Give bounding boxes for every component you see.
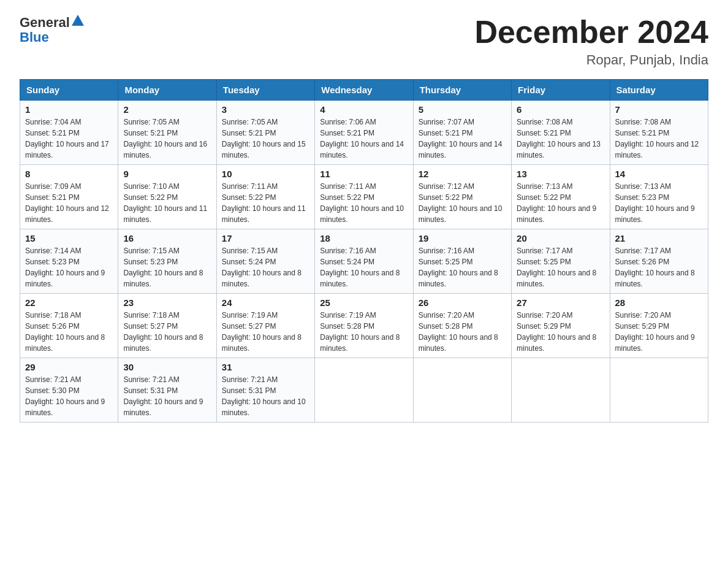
day-info: Sunrise: 7:17 AMSunset: 5:26 PMDaylight:… <box>615 247 695 288</box>
day-number: 21 <box>615 233 703 243</box>
day-info: Sunrise: 7:21 AMSunset: 5:30 PMDaylight:… <box>25 375 105 417</box>
week-row-1: 1 Sunrise: 7:04 AMSunset: 5:21 PMDayligh… <box>20 101 708 165</box>
day-info: Sunrise: 7:12 AMSunset: 5:22 PMDaylight:… <box>419 182 502 224</box>
calendar-cell: 21 Sunrise: 7:17 AMSunset: 5:26 PMDaylig… <box>610 229 708 294</box>
day-info: Sunrise: 7:20 AMSunset: 5:28 PMDaylight:… <box>419 311 498 353</box>
day-number: 18 <box>320 233 408 243</box>
day-number: 22 <box>25 297 113 308</box>
calendar-cell: 16 Sunrise: 7:15 AMSunset: 5:23 PMDaylig… <box>118 229 216 294</box>
day-info: Sunrise: 7:05 AMSunset: 5:21 PMDaylight:… <box>222 118 306 159</box>
day-number: 5 <box>419 104 506 115</box>
day-info: Sunrise: 7:16 AMSunset: 5:24 PMDaylight:… <box>320 247 400 288</box>
day-info: Sunrise: 7:14 AMSunset: 5:23 PMDaylight:… <box>25 247 105 288</box>
week-row-3: 15 Sunrise: 7:14 AMSunset: 5:23 PMDaylig… <box>20 229 708 294</box>
calendar-cell: 9 Sunrise: 7:10 AMSunset: 5:22 PMDayligh… <box>118 165 216 229</box>
calendar-cell: 25 Sunrise: 7:19 AMSunset: 5:28 PMDaylig… <box>315 294 413 358</box>
day-number: 23 <box>123 297 211 308</box>
day-info: Sunrise: 7:11 AMSunset: 5:22 PMDaylight:… <box>320 182 404 224</box>
calendar-cell <box>413 358 511 423</box>
calendar-cell: 19 Sunrise: 7:16 AMSunset: 5:25 PMDaylig… <box>413 229 511 294</box>
day-number: 12 <box>419 169 506 179</box>
day-number: 17 <box>222 233 309 243</box>
day-info: Sunrise: 7:20 AMSunset: 5:29 PMDaylight:… <box>615 311 695 353</box>
day-info: Sunrise: 7:04 AMSunset: 5:21 PMDaylight:… <box>25 118 109 159</box>
day-number: 3 <box>222 104 309 115</box>
day-number: 24 <box>222 297 309 308</box>
calendar-cell: 12 Sunrise: 7:12 AMSunset: 5:22 PMDaylig… <box>413 165 511 229</box>
day-number: 2 <box>123 104 211 115</box>
day-info: Sunrise: 7:06 AMSunset: 5:21 PMDaylight:… <box>320 118 404 159</box>
logo-triangle-icon <box>72 15 84 26</box>
calendar-cell <box>315 358 413 423</box>
calendar-cell <box>512 358 610 423</box>
day-info: Sunrise: 7:08 AMSunset: 5:21 PMDaylight:… <box>517 118 601 159</box>
calendar-cell: 31 Sunrise: 7:21 AMSunset: 5:31 PMDaylig… <box>216 358 314 423</box>
logo-general-text: General <box>20 15 70 31</box>
calendar-subtitle: Ropar, Punjab, India <box>474 52 708 68</box>
day-info: Sunrise: 7:15 AMSunset: 5:24 PMDaylight:… <box>222 247 301 288</box>
week-row-2: 8 Sunrise: 7:09 AMSunset: 5:21 PMDayligh… <box>20 165 708 229</box>
calendar-cell: 26 Sunrise: 7:20 AMSunset: 5:28 PMDaylig… <box>413 294 511 358</box>
day-info: Sunrise: 7:19 AMSunset: 5:28 PMDaylight:… <box>320 311 400 353</box>
day-number: 4 <box>320 104 408 115</box>
day-info: Sunrise: 7:18 AMSunset: 5:27 PMDaylight:… <box>123 311 203 353</box>
calendar-title-area: December 2024 Ropar, Punjab, India <box>474 15 708 68</box>
calendar-cell: 30 Sunrise: 7:21 AMSunset: 5:31 PMDaylig… <box>118 358 216 423</box>
day-number: 9 <box>123 169 211 179</box>
day-number: 15 <box>25 233 113 243</box>
day-info: Sunrise: 7:08 AMSunset: 5:21 PMDaylight:… <box>615 118 699 159</box>
week-row-4: 22 Sunrise: 7:18 AMSunset: 5:26 PMDaylig… <box>20 294 708 358</box>
calendar-cell: 1 Sunrise: 7:04 AMSunset: 5:21 PMDayligh… <box>20 101 118 165</box>
day-info: Sunrise: 7:13 AMSunset: 5:22 PMDaylight:… <box>517 182 596 224</box>
header-sunday: Sunday <box>20 80 118 101</box>
day-info: Sunrise: 7:19 AMSunset: 5:27 PMDaylight:… <box>222 311 301 353</box>
calendar-header-row: SundayMondayTuesdayWednesdayThursdayFrid… <box>20 80 708 101</box>
day-number: 30 <box>123 362 211 372</box>
day-info: Sunrise: 7:09 AMSunset: 5:21 PMDaylight:… <box>25 182 109 224</box>
day-number: 25 <box>320 297 408 308</box>
calendar-cell: 4 Sunrise: 7:06 AMSunset: 5:21 PMDayligh… <box>315 101 413 165</box>
day-number: 13 <box>517 169 604 179</box>
calendar-cell: 27 Sunrise: 7:20 AMSunset: 5:29 PMDaylig… <box>512 294 610 358</box>
day-info: Sunrise: 7:13 AMSunset: 5:23 PMDaylight:… <box>615 182 695 224</box>
calendar-cell: 11 Sunrise: 7:11 AMSunset: 5:22 PMDaylig… <box>315 165 413 229</box>
calendar-cell: 8 Sunrise: 7:09 AMSunset: 5:21 PMDayligh… <box>20 165 118 229</box>
header-friday: Friday <box>512 80 610 101</box>
header-wednesday: Wednesday <box>315 80 413 101</box>
day-number: 11 <box>320 169 408 179</box>
day-number: 28 <box>615 297 703 308</box>
logo-blue-text: Blue <box>20 29 49 45</box>
day-number: 27 <box>517 297 604 308</box>
calendar-cell: 13 Sunrise: 7:13 AMSunset: 5:22 PMDaylig… <box>512 165 610 229</box>
day-info: Sunrise: 7:20 AMSunset: 5:29 PMDaylight:… <box>517 311 596 353</box>
day-number: 31 <box>222 362 309 372</box>
day-info: Sunrise: 7:21 AMSunset: 5:31 PMDaylight:… <box>123 375 203 417</box>
day-number: 8 <box>25 169 113 179</box>
calendar-cell: 14 Sunrise: 7:13 AMSunset: 5:23 PMDaylig… <box>610 165 708 229</box>
day-info: Sunrise: 7:11 AMSunset: 5:22 PMDaylight:… <box>222 182 306 224</box>
day-number: 6 <box>517 104 604 115</box>
day-number: 29 <box>25 362 113 372</box>
calendar-cell: 2 Sunrise: 7:05 AMSunset: 5:21 PMDayligh… <box>118 101 216 165</box>
calendar-cell: 28 Sunrise: 7:20 AMSunset: 5:29 PMDaylig… <box>610 294 708 358</box>
day-number: 16 <box>123 233 211 243</box>
day-info: Sunrise: 7:05 AMSunset: 5:21 PMDaylight:… <box>123 118 207 159</box>
calendar-cell: 29 Sunrise: 7:21 AMSunset: 5:30 PMDaylig… <box>20 358 118 423</box>
header-monday: Monday <box>118 80 216 101</box>
calendar-cell: 22 Sunrise: 7:18 AMSunset: 5:26 PMDaylig… <box>20 294 118 358</box>
day-number: 14 <box>615 169 703 179</box>
day-info: Sunrise: 7:07 AMSunset: 5:21 PMDaylight:… <box>419 118 502 159</box>
day-info: Sunrise: 7:17 AMSunset: 5:25 PMDaylight:… <box>517 247 596 288</box>
calendar-cell: 3 Sunrise: 7:05 AMSunset: 5:21 PMDayligh… <box>216 101 314 165</box>
logo: General Blue <box>20 15 84 45</box>
calendar-cell: 17 Sunrise: 7:15 AMSunset: 5:24 PMDaylig… <box>216 229 314 294</box>
calendar-title: December 2024 <box>474 15 708 50</box>
day-number: 10 <box>222 169 309 179</box>
calendar-cell: 15 Sunrise: 7:14 AMSunset: 5:23 PMDaylig… <box>20 229 118 294</box>
calendar-cell: 18 Sunrise: 7:16 AMSunset: 5:24 PMDaylig… <box>315 229 413 294</box>
calendar-cell: 7 Sunrise: 7:08 AMSunset: 5:21 PMDayligh… <box>610 101 708 165</box>
calendar-cell: 20 Sunrise: 7:17 AMSunset: 5:25 PMDaylig… <box>512 229 610 294</box>
header-tuesday: Tuesday <box>216 80 314 101</box>
day-info: Sunrise: 7:21 AMSunset: 5:31 PMDaylight:… <box>222 375 306 417</box>
day-number: 7 <box>615 104 703 115</box>
